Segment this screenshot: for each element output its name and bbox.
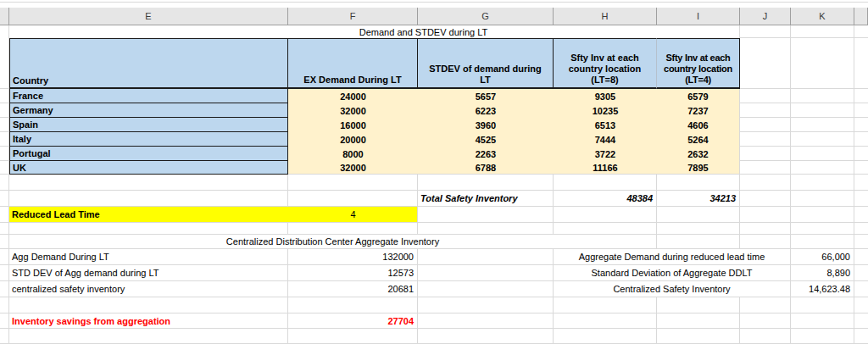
empty-cell[interactable]	[418, 265, 554, 281]
centralized-title-cell[interactable]: Centralized Distribution Center Aggregat…	[9, 235, 657, 249]
cell-sfty-lt8[interactable]: 7444	[554, 132, 657, 147]
column-header-i[interactable]: I	[657, 8, 740, 25]
empty-cell[interactable]	[740, 297, 791, 313]
cell-ex-demand[interactable]: 24000	[288, 89, 418, 103]
empty-cell[interactable]	[9, 191, 288, 207]
empty-cell[interactable]	[657, 313, 740, 329]
cell-centralized-safety-inv-value[interactable]: 14,623.48	[791, 281, 854, 297]
empty-cell[interactable]	[288, 191, 418, 207]
empty-cell[interactable]	[740, 191, 791, 207]
empty-cell[interactable]	[554, 313, 657, 329]
column-header-j[interactable]: J	[740, 8, 791, 25]
empty-cell[interactable]	[791, 118, 854, 132]
cell-agg-reduced-demand-label[interactable]: Aggregate Demand during reduced lead tim…	[554, 249, 791, 265]
empty-cell[interactable]	[791, 235, 854, 249]
empty-cell[interactable]	[418, 175, 554, 191]
empty-cell[interactable]	[554, 329, 657, 344]
empty-cell[interactable]	[418, 249, 554, 265]
empty-cell[interactable]	[791, 191, 854, 207]
empty-cell[interactable]	[554, 207, 657, 223]
empty-cell[interactable]	[288, 329, 418, 344]
cell-sfty-lt8[interactable]: 9305	[554, 89, 657, 103]
cell-stdev[interactable]: 3960	[418, 118, 554, 132]
header-cell-stdev[interactable]: STDEV of demand during LT	[418, 38, 554, 89]
header-cell-country[interactable]: Country	[9, 38, 288, 89]
cell-savings-value[interactable]: 27704	[288, 313, 418, 329]
cell-sfty-lt8[interactable]: 6513	[554, 118, 657, 132]
column-header-g[interactable]: G	[418, 8, 554, 25]
cell-sfty-lt4[interactable]: 4606	[657, 118, 740, 132]
empty-cell[interactable]	[791, 297, 854, 313]
empty-cell[interactable]	[740, 161, 791, 175]
cell-ex-demand[interactable]: 16000	[288, 118, 418, 132]
cell-sfty-lt4[interactable]: 5264	[657, 132, 740, 147]
empty-cell[interactable]	[791, 207, 854, 223]
cell-total-lt8[interactable]: 48384	[554, 191, 657, 207]
cell-sfty-lt4[interactable]: 6579	[657, 89, 740, 103]
cell-ex-demand[interactable]: 20000	[288, 132, 418, 147]
header-cell-sfty-lt4[interactable]: Sfty Inv at each country location (LT=4)	[657, 38, 740, 89]
empty-cell[interactable]	[9, 329, 288, 344]
empty-cell[interactable]	[740, 25, 791, 38]
empty-cell[interactable]	[554, 175, 657, 191]
cell-stdev[interactable]: 5657	[418, 89, 554, 103]
column-header-f[interactable]: F	[288, 8, 418, 25]
cell-sfty-lt4[interactable]: 7895	[657, 161, 740, 175]
cell-total-lt4[interactable]: 34213	[657, 191, 740, 207]
cell-reduced-lead-time[interactable]: Reduced Lead Time 4	[9, 207, 418, 223]
empty-cell[interactable]	[418, 329, 554, 344]
cell-country[interactable]: Spain	[9, 118, 288, 132]
column-header-h[interactable]: H	[554, 8, 657, 25]
cell-agg-demand-value[interactable]: 132000	[288, 249, 418, 265]
empty-cell[interactable]	[9, 175, 288, 191]
empty-cell[interactable]	[791, 132, 854, 147]
empty-cell[interactable]	[657, 223, 740, 235]
demand-table-title-cell[interactable]: Demand and STDEV during LT	[9, 25, 740, 38]
empty-cell[interactable]	[554, 297, 657, 313]
empty-cell[interactable]	[657, 175, 740, 191]
cell-country[interactable]: UK	[9, 161, 288, 175]
empty-cell[interactable]	[288, 175, 418, 191]
cell-sfty-lt8[interactable]: 11166	[554, 161, 657, 175]
empty-cell[interactable]	[740, 132, 791, 147]
cell-savings-label[interactable]: Inventory savings from aggregation	[9, 313, 288, 329]
cell-country[interactable]: Germany	[9, 103, 288, 118]
empty-cell[interactable]	[288, 297, 418, 313]
empty-cell[interactable]	[740, 313, 791, 329]
empty-cell[interactable]	[791, 313, 854, 329]
empty-cell[interactable]	[657, 297, 740, 313]
cell-agg-reduced-demand-value[interactable]: 66,000	[791, 249, 854, 265]
empty-cell[interactable]	[740, 329, 791, 344]
empty-cell[interactable]	[740, 103, 791, 118]
cell-agg-demand-label[interactable]: Agg Demand During LT	[9, 249, 288, 265]
cell-sfty-lt4[interactable]: 7237	[657, 103, 740, 118]
cell-country[interactable]: Italy	[9, 132, 288, 147]
cell-sfty-lt4[interactable]: 2632	[657, 147, 740, 161]
cell-stdev[interactable]: 2263	[418, 147, 554, 161]
empty-cell[interactable]	[791, 223, 854, 235]
empty-cell[interactable]	[418, 281, 554, 297]
cell-sfty-lt8[interactable]: 3722	[554, 147, 657, 161]
empty-cell[interactable]	[657, 207, 740, 223]
header-cell-sfty-lt8[interactable]: Sfty Inv at each country location (LT=8)	[554, 38, 657, 89]
empty-cell[interactable]	[657, 235, 740, 249]
empty-cell[interactable]	[288, 223, 418, 235]
empty-cell[interactable]	[740, 147, 791, 161]
cell-stdev[interactable]: 6223	[418, 103, 554, 118]
empty-cell[interactable]	[740, 223, 791, 235]
cell-std-aggregate-ddlt-label[interactable]: Standard Deviation of Aggregate DDLT	[554, 265, 791, 281]
cell-agg-stdev-value[interactable]: 12573	[288, 265, 418, 281]
empty-cell[interactable]	[418, 313, 554, 329]
empty-cell[interactable]	[740, 118, 791, 132]
column-header-e[interactable]: E	[9, 8, 288, 25]
cell-ex-demand[interactable]: 32000	[288, 161, 418, 175]
cell-centralized-safety-inv-label[interactable]: Centralized Safety Inventory	[554, 281, 791, 297]
cell-ex-demand[interactable]: 8000	[288, 147, 418, 161]
empty-cell[interactable]	[418, 297, 554, 313]
empty-cell[interactable]	[657, 329, 740, 344]
empty-cell[interactable]	[418, 223, 554, 235]
empty-cell[interactable]	[791, 161, 854, 175]
empty-cell[interactable]	[740, 235, 791, 249]
cell-agg-stdev-label[interactable]: STD DEV of Agg demand during LT	[9, 265, 288, 281]
cell-country[interactable]: Portugal	[9, 147, 288, 161]
